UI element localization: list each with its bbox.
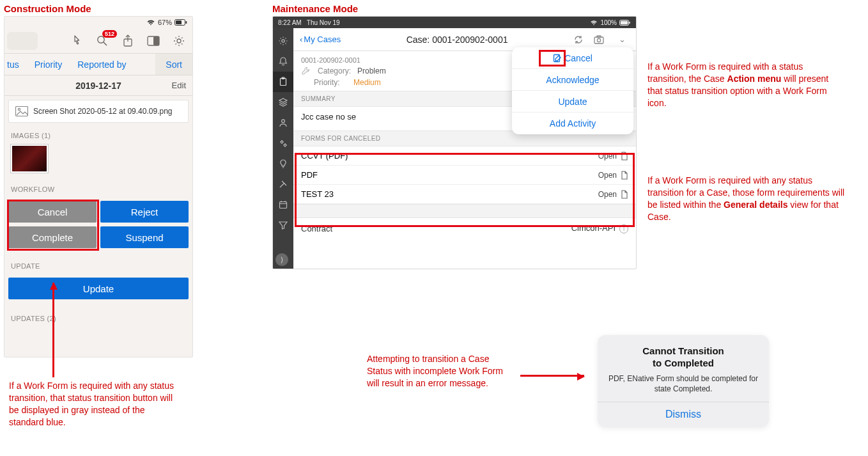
workflow-cancel-button[interactable]: Cancel bbox=[8, 201, 97, 223]
image-icon bbox=[15, 106, 28, 116]
filter-reported-by[interactable]: Reported by bbox=[70, 59, 134, 70]
svg-point-21 bbox=[284, 144, 286, 146]
action-add-activity[interactable]: Add Activity bbox=[512, 113, 633, 134]
workflow-reject-button[interactable]: Reject bbox=[100, 201, 189, 223]
svg-rect-31 bbox=[597, 36, 601, 38]
status-date: Thu Nov 19 bbox=[307, 19, 340, 26]
tools-icon[interactable] bbox=[273, 174, 293, 194]
update-button[interactable]: Update bbox=[8, 278, 189, 299]
filter-icon[interactable] bbox=[273, 215, 293, 235]
chevron-down-icon[interactable]: ⌄ bbox=[614, 35, 630, 44]
expand-sidebar-icon[interactable]: ⟩ bbox=[275, 253, 288, 266]
annotation-error-msg: Attempting to transition a Case Status w… bbox=[367, 353, 505, 389]
camera-icon[interactable] bbox=[594, 35, 609, 44]
images-section-label: IMAGES (1) bbox=[4, 123, 192, 143]
page-title: Case: 0001-200902-0001 bbox=[346, 35, 568, 45]
action-update[interactable]: Update bbox=[512, 91, 633, 113]
svg-rect-24 bbox=[280, 202, 287, 208]
wifi-icon bbox=[146, 19, 155, 26]
spacer bbox=[293, 204, 636, 218]
form-row[interactable]: PDF Open bbox=[293, 166, 636, 185]
chevron-left-icon: ‹ bbox=[300, 35, 302, 44]
bell-icon[interactable] bbox=[273, 51, 293, 72]
wifi-icon bbox=[590, 20, 598, 26]
info-icon[interactable]: i bbox=[619, 224, 628, 233]
svg-rect-29 bbox=[594, 37, 603, 43]
updates-section-label: UPDATES (2) bbox=[4, 303, 192, 326]
action-label: Cancel bbox=[564, 53, 593, 63]
status-bar: 8:22 AM Thu Nov 19 100% bbox=[273, 17, 636, 28]
svg-point-20 bbox=[281, 141, 283, 143]
doc-icon bbox=[621, 171, 628, 180]
refresh-icon[interactable] bbox=[573, 35, 589, 45]
form-row[interactable]: CCVT (PDF) Open bbox=[293, 146, 636, 166]
priority-key: Priority: bbox=[314, 78, 350, 87]
forms-block: FORMS FOR CANCELED CCVT (PDF) Open PDF O… bbox=[293, 130, 636, 204]
filter-priority[interactable]: Priority bbox=[27, 59, 70, 70]
action-acknowledge[interactable]: Acknowledge bbox=[512, 69, 633, 91]
share-icon[interactable] bbox=[117, 31, 139, 51]
category-value: Problem bbox=[357, 67, 386, 75]
alert-dismiss-button[interactable]: Dismiss bbox=[598, 402, 769, 427]
layers-icon[interactable] bbox=[273, 92, 293, 113]
filter-bar: tus Priority Reported by Sort bbox=[4, 54, 192, 75]
action-menu-popover: Cancel Acknowledge Update Add Activity bbox=[512, 47, 633, 134]
workflow-section-label: WORKFLOW bbox=[4, 173, 192, 197]
filter-sort[interactable]: Sort bbox=[155, 54, 192, 75]
toolbar-blank[interactable] bbox=[7, 32, 38, 50]
pointer-icon[interactable] bbox=[66, 31, 88, 51]
edit-link[interactable]: Edit bbox=[172, 81, 186, 90]
panel-icon[interactable] bbox=[143, 31, 164, 51]
svg-point-9 bbox=[177, 39, 181, 43]
arrow-error-to-alert bbox=[520, 375, 584, 377]
user-icon[interactable] bbox=[273, 113, 293, 133]
svg-rect-2 bbox=[176, 20, 182, 24]
date-row: 2019-12-17 Edit bbox=[4, 75, 192, 96]
form-action: Open bbox=[598, 171, 617, 180]
attachment-row[interactable]: Screen Shot 2020-05-12 at 09.40.09.png bbox=[8, 100, 189, 123]
contract-key: Contract bbox=[301, 224, 332, 233]
svg-point-30 bbox=[597, 38, 600, 42]
form-name: PDF bbox=[301, 170, 318, 180]
search-icon[interactable]: 512 bbox=[91, 31, 113, 51]
gear-icon[interactable] bbox=[273, 31, 293, 51]
form-row[interactable]: TEST 23 Open bbox=[293, 185, 636, 204]
workflow-complete-button[interactable]: Complete bbox=[8, 226, 97, 248]
workflow-suspend-button[interactable]: Suspend bbox=[100, 226, 189, 248]
annotation-action-menu: If a Work Form is required with a status… bbox=[647, 61, 843, 109]
svg-rect-16 bbox=[281, 79, 286, 86]
filter-tus[interactable]: tus bbox=[4, 59, 27, 70]
status-bar: 67% bbox=[4, 17, 192, 28]
battery-percent: 67% bbox=[158, 19, 172, 26]
contract-value: Cimcon-API bbox=[571, 223, 616, 233]
sidebar: ⟩ bbox=[273, 28, 293, 269]
status-time: 8:22 AM bbox=[278, 19, 302, 26]
alert-dialog: Cannot Transition to Completed PDF, ENat… bbox=[598, 335, 769, 427]
svg-rect-1 bbox=[186, 21, 187, 24]
svg-marker-28 bbox=[279, 222, 287, 229]
arrow-gray-buttons bbox=[52, 283, 54, 377]
clipboard-icon[interactable] bbox=[273, 72, 293, 92]
image-thumbnail[interactable] bbox=[11, 145, 48, 173]
form-action: Open bbox=[598, 152, 617, 161]
svg-point-11 bbox=[18, 108, 20, 110]
gears-icon[interactable] bbox=[273, 133, 293, 153]
heading-maintenance: Maintenance Mode bbox=[272, 3, 358, 15]
bulb-icon[interactable] bbox=[273, 153, 293, 174]
svg-line-4 bbox=[104, 42, 107, 45]
update-section-label: UPDATE bbox=[4, 248, 192, 274]
annotation-gray-button: If a Work Form is required with any stat… bbox=[9, 380, 175, 428]
doc-icon bbox=[621, 190, 628, 199]
gear-icon[interactable] bbox=[168, 31, 190, 51]
calendar-icon[interactable] bbox=[273, 194, 293, 215]
alert-message: PDF, ENative Form should be completed fo… bbox=[607, 373, 760, 394]
back-button[interactable]: ‹ My Cases bbox=[300, 35, 341, 44]
battery-icon bbox=[174, 19, 187, 26]
priority-value: Medium bbox=[353, 78, 381, 87]
contract-row[interactable]: Contract Cimcon-APIi bbox=[293, 218, 636, 239]
annotation-general-details: If a Work Form is required with any stat… bbox=[647, 175, 847, 223]
form-action: Open bbox=[598, 190, 617, 199]
action-cancel[interactable]: Cancel bbox=[512, 47, 633, 69]
back-label: My Cases bbox=[304, 35, 341, 44]
toolbar: 512 bbox=[4, 28, 192, 54]
